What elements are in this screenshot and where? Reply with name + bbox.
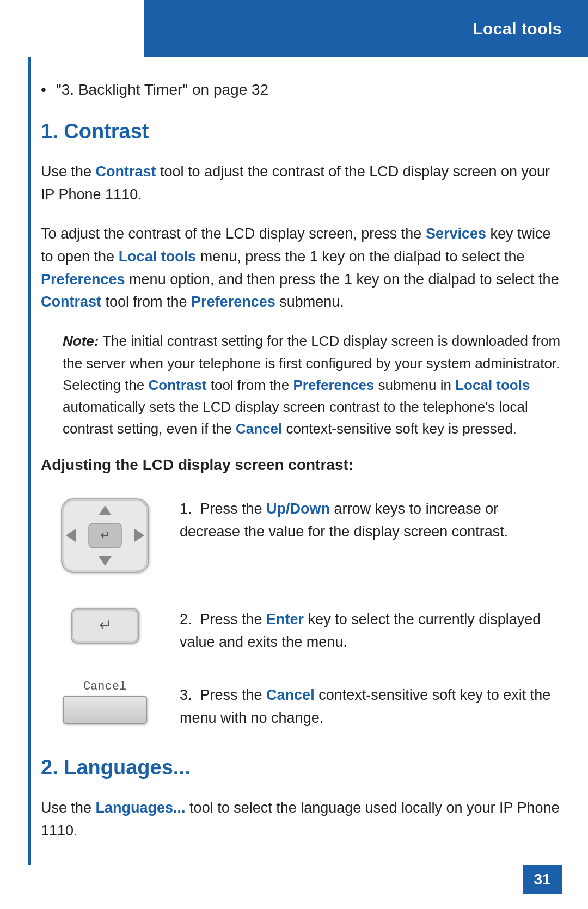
- bullet-dot: •: [41, 79, 46, 100]
- header-bar: Local tools: [144, 0, 588, 57]
- contrast-link-1: Contrast: [96, 163, 156, 180]
- note-preferences-link: Preferences: [293, 377, 374, 393]
- section1-para2: To adjust the contrast of the LCD displa…: [41, 223, 562, 314]
- step1-content: 1. Press the Up/Down arrow keys to incre…: [180, 493, 562, 544]
- main-content: • "3. Backlight Timer" on page 32 1. Con…: [41, 57, 562, 902]
- nav-keys-icon: ↵: [56, 493, 154, 578]
- step-row-3: Cancel 3. Press the Cancel context-sensi…: [52, 680, 562, 730]
- enter-key-icon: ↵: [67, 604, 143, 648]
- local-tools-link-1: Local tools: [119, 248, 197, 265]
- contrast-link-2: Contrast: [41, 294, 101, 310]
- services-link: Services: [426, 225, 486, 242]
- page-number: 31: [523, 865, 562, 894]
- step2-number: 2.: [180, 611, 200, 627]
- svg-text:↵: ↵: [99, 617, 111, 633]
- cancel-button-wrap: Cancel: [63, 680, 147, 724]
- note-contrast-link: Contrast: [149, 377, 207, 393]
- step2-enter-link: Enter: [266, 611, 304, 627]
- languages-link: Languages...: [96, 800, 186, 816]
- section1-heading: 1. Contrast: [41, 120, 562, 143]
- section2-para1: Use the Languages... tool to select the …: [41, 797, 562, 843]
- note-cancel-link: Cancel: [236, 420, 282, 437]
- step2-image: ↵: [52, 604, 158, 648]
- step-row-2: ↵ 2. Press the Enter key to select the c…: [52, 604, 562, 654]
- step3-content: 3. Press the Cancel context-sensitive so…: [180, 680, 562, 730]
- steps-container: ↵ 1. Press the Up/Down arrow keys to inc…: [52, 493, 562, 730]
- svg-text:↵: ↵: [100, 528, 110, 542]
- step1-number: 1.: [180, 501, 200, 517]
- note-localtools-link: Local tools: [455, 377, 530, 393]
- note-label: Note:: [63, 333, 99, 349]
- step2-content: 2. Press the Enter key to select the cur…: [180, 604, 562, 654]
- sub-heading-lcd: Adjusting the LCD display screen contras…: [41, 456, 562, 474]
- cancel-button-label: Cancel: [83, 680, 126, 693]
- step3-number: 3.: [180, 687, 200, 703]
- page-title: Local tools: [473, 20, 562, 38]
- section2-heading: 2. Languages...: [41, 756, 562, 779]
- step-row-1: ↵ 1. Press the Up/Down arrow keys to inc…: [52, 493, 562, 578]
- bullet-text-backlight: "3. Backlight Timer" on page 32: [56, 79, 268, 100]
- preferences-link-2: Preferences: [191, 294, 275, 310]
- left-border-bar: [28, 57, 31, 865]
- bullet-item-backlight: • "3. Backlight Timer" on page 32: [41, 79, 562, 100]
- step3-image: Cancel: [52, 680, 158, 724]
- note-block: Note: The initial contrast setting for t…: [63, 330, 562, 440]
- section1-para1: Use the Contrast tool to adjust the cont…: [41, 161, 562, 206]
- step1-image: ↵: [52, 493, 158, 578]
- preferences-link-1: Preferences: [41, 271, 125, 288]
- cancel-button-visual: [63, 696, 147, 724]
- step1-updown-link: Up/Down: [266, 501, 330, 517]
- step3-cancel-link: Cancel: [266, 687, 315, 703]
